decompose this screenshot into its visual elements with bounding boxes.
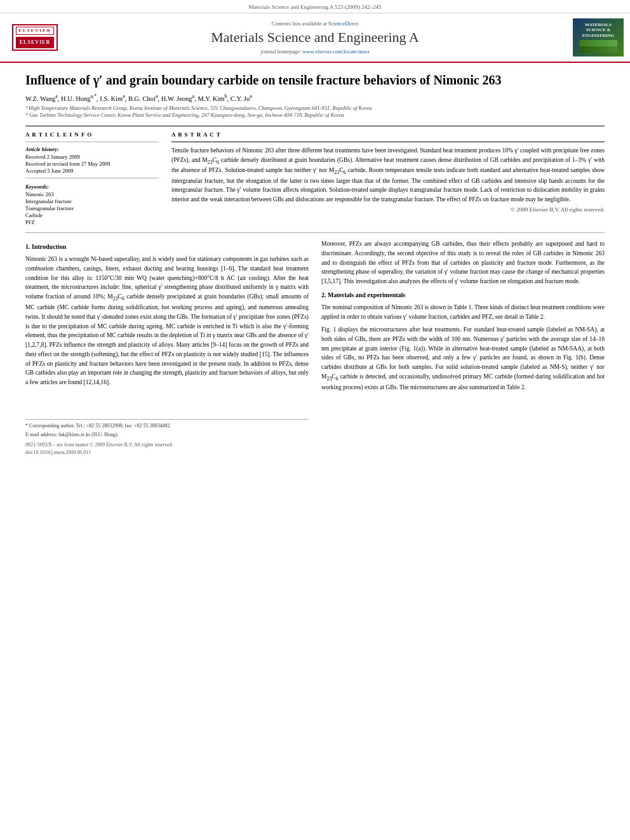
footnote-email: E-mail address: lnk@kims.re.kr (H.U. Hon… (25, 431, 309, 439)
keyword-3: Transgranular fracture (25, 205, 159, 211)
elsevier-logo: ELSEVIER ELSEVIER (12, 24, 58, 51)
journal-info: Contents lists available at ScienceDirec… (70, 20, 560, 55)
journal-title: Materials Science and Engineering A (70, 29, 560, 46)
journal-cover-area: MATERIALSSCIENCE &ENGINEERING (566, 18, 624, 57)
abstract-label: A B S T R A C T (171, 131, 605, 138)
page: Materials Science and Engineering A 523 … (0, 0, 630, 463)
keyword-2: Intergranular fracture (25, 198, 159, 204)
keyword-4: Carbide (25, 212, 159, 218)
revised-date: Received in revised form 27 May 2009 (25, 161, 159, 167)
right-text-2: The nominal composition of Nimonic 263 i… (321, 303, 605, 321)
sciencedirect-anchor[interactable]: ScienceDirect (328, 20, 359, 27)
info-abstract-section: A R T I C L E I N F O Article history: R… (25, 126, 605, 226)
top-bar: Materials Science and Engineering A 523 … (0, 0, 630, 13)
keyword-5: PFZ (25, 219, 159, 225)
footnote-star: * Corresponding author. Tel.: +82 55 280… (25, 422, 309, 430)
footer-issn: 0921-5093/$ – see front matter © 2009 El… (25, 441, 173, 449)
homepage-link[interactable]: www.elsevier.com/locate/msea (302, 48, 369, 55)
keyword-1: Nimonic 263 (25, 191, 159, 197)
affiliation-b: ᵇ Gas Turbine Technology Service Center,… (25, 112, 605, 119)
journal-cover-image: MATERIALSSCIENCE &ENGINEERING (573, 18, 624, 57)
abstract-col: A B S T R A C T Tensile fracture behavio… (171, 131, 605, 226)
body-right-col: Moreover, PFZs are always accompanying G… (321, 239, 605, 457)
journal-header: ELSEVIER ELSEVIER Contents lists availab… (0, 13, 630, 63)
right-text-1: Moreover, PFZs are always accompanying G… (321, 239, 605, 286)
intro-heading: 1. Introduction (25, 242, 309, 251)
section2-heading: 2. Materials and experimentals (321, 290, 605, 300)
article-title: Influence of γ′ and grain boundary carbi… (25, 72, 605, 88)
right-text-3: Fig. 1 displays the microstructures afte… (321, 325, 605, 392)
intro-text: Nimonic 263 is a wrought Ni-based supera… (25, 255, 309, 387)
article-authors: W.Z. Wanga, H.U. Honga,*, I.S. Kima, B.G… (25, 93, 605, 102)
journal-citation: Materials Science and Engineering A 523 … (248, 4, 381, 10)
publisher-logo-area: ELSEVIER ELSEVIER (6, 24, 64, 51)
footer-doi: doi:10.1016/j.msea.2009.06.011 (25, 449, 309, 457)
footer-bottom: 0921-5093/$ – see front matter © 2009 El… (25, 441, 309, 449)
footnote-area: * Corresponding author. Tel.: +82 55 280… (25, 419, 309, 439)
keywords-label: Keywords: (25, 183, 159, 190)
sciencedirect-link: Contents lists available at ScienceDirec… (70, 20, 560, 27)
article-info-col: A R T I C L E I N F O Article history: R… (25, 131, 159, 226)
article-area: Influence of γ′ and grain boundary carbi… (0, 63, 630, 463)
body-section: 1. Introduction Nimonic 263 is a wrought… (25, 232, 605, 457)
history-label: Article history: (25, 146, 159, 152)
accepted-date: Accepted 5 June 2009 (25, 168, 159, 174)
coupled-word: coupled (520, 147, 539, 154)
cover-title: MATERIALSSCIENCE &ENGINEERING (582, 22, 615, 38)
article-info-label: A R T I C L E I N F O (25, 131, 159, 138)
journal-homepage: journal homepage: www.elsevier.com/locat… (70, 48, 560, 55)
body-left-col: 1. Introduction Nimonic 263 is a wrought… (25, 239, 309, 457)
copyright: © 2009 Elsevier B.V. All rights reserved… (171, 206, 605, 213)
received-date: Received 2 January 2009 (25, 154, 159, 160)
affiliations: ᵃ High Temperature Materials Research Gr… (25, 105, 605, 120)
abstract-text: Tensile fracture behaviors of Nimonic 26… (171, 146, 605, 204)
affiliation-a: ᵃ High Temperature Materials Research Gr… (25, 105, 605, 112)
